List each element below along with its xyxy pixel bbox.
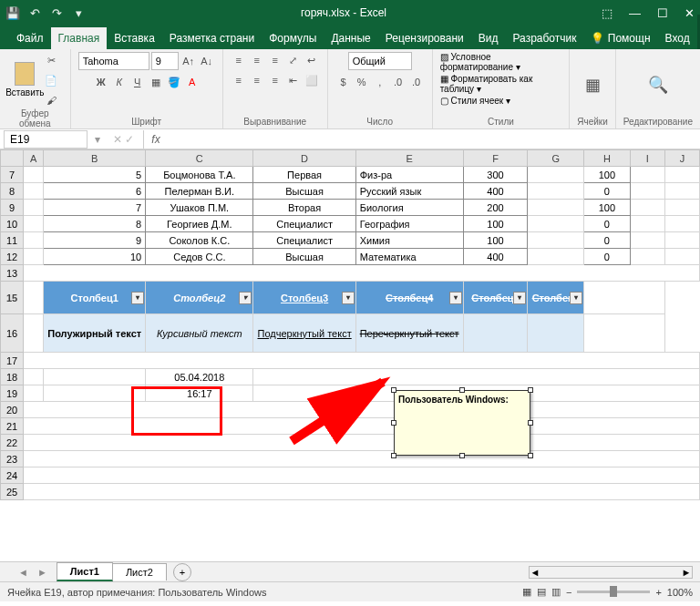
align-top-icon[interactable]: ≡ (231, 52, 247, 68)
formula-bar: E19 ▾ ✕ ✓ fx (0, 129, 700, 149)
table-header-row: 15 Столбец1▾ Столбец2▾ Столбец3▾ Столбец… (1, 282, 700, 314)
table-row[interactable]: 11 9Соколов К.С.СпециалистХимия 1000 (1, 232, 700, 249)
underline-button[interactable]: Ч (129, 74, 146, 90)
cells-icon[interactable]: ▦ (584, 77, 601, 93)
table-row[interactable]: 8 6Пелерман В.И.ВысшаяРусский язык 4000 (1, 183, 700, 200)
increase-font-icon[interactable]: A↑ (180, 53, 197, 69)
tab-insert[interactable]: Вставка (107, 27, 162, 49)
decrease-font-icon[interactable]: A↓ (199, 53, 215, 69)
ribbon-options-icon[interactable]: ⬚ (602, 6, 612, 20)
filter-icon[interactable]: ▾ (449, 292, 462, 304)
tab-signin[interactable]: Вход (658, 27, 697, 49)
ribbon-tabs: Файл Главная Вставка Разметка страни Фор… (0, 26, 700, 49)
find-icon[interactable]: 🔍 (650, 77, 666, 93)
merge-icon[interactable]: ⬜ (304, 72, 320, 88)
font-size-combo[interactable]: 9 (151, 52, 179, 70)
view-normal-icon[interactable]: ▦ (522, 586, 531, 598)
bold-button[interactable]: Ж (93, 74, 109, 90)
decimal-dec-icon[interactable]: .0 (408, 74, 425, 90)
italic-button[interactable]: К (111, 74, 128, 90)
sheet-nav-prev-icon[interactable]: ◄ (18, 567, 28, 578)
decimal-inc-icon[interactable]: .0 (390, 74, 407, 90)
comment-popup[interactable]: Пользователь Windows: (394, 390, 530, 456)
group-clipboard: Вставить ✂ 📄 🖌 Буфер обмена (0, 49, 71, 128)
format-painter-icon[interactable]: 🖌 (43, 92, 59, 108)
minimize-icon[interactable]: — (629, 6, 641, 20)
zoom-in-icon[interactable]: + (655, 587, 661, 598)
tab-home[interactable]: Главная (51, 27, 108, 49)
wrap-text-icon[interactable]: ↩ (304, 52, 320, 68)
sheet-tab[interactable]: Лист2 (112, 563, 167, 580)
zoom-level[interactable]: 100% (667, 587, 693, 598)
close-icon[interactable]: ✕ (685, 6, 695, 20)
fx-label: fx (143, 130, 167, 149)
currency-icon[interactable]: $ (335, 74, 352, 90)
spreadsheet-grid[interactable]: ABC DEFG HIJ 7 5Боцмонова Т.А.ПерваяФиз-… (0, 149, 700, 561)
indent-decrease-icon[interactable]: ⇤ (285, 72, 302, 88)
filter-icon[interactable]: ▾ (239, 292, 252, 304)
cell-styles-button[interactable]: ▢ Стили ячеек ▾ (440, 96, 510, 106)
qat-dropdown-icon[interactable]: ▾ (71, 6, 86, 20)
view-pagebreak-icon[interactable]: ▥ (551, 586, 561, 598)
name-box[interactable]: E19 (4, 130, 88, 149)
view-pagelayout-icon[interactable]: ▤ (537, 586, 546, 598)
align-left-icon[interactable]: ≡ (231, 72, 247, 88)
sheet-nav-next-icon[interactable]: ► (37, 567, 47, 578)
tab-pagelayout[interactable]: Разметка страни (162, 27, 262, 49)
tab-review[interactable]: Рецензировани (378, 27, 471, 49)
table-row[interactable]: 10 8Георгиев Д.М.СпециалистГеография 100… (1, 216, 700, 232)
zoom-out-icon[interactable]: − (566, 587, 571, 598)
table-row[interactable]: 9 7Ушаков П.М.ВтораяБиология 200100 (1, 200, 700, 216)
save-icon[interactable]: 💾 (5, 6, 20, 20)
group-number: Общий $ % , .0 .0 Число (328, 49, 433, 128)
group-editing: 🔍 Редактирование (616, 49, 700, 128)
horizontal-scrollbar[interactable]: ◄ ► (529, 566, 693, 579)
status-text: Ячейка E19, автор примечания: Пользовате… (7, 587, 267, 598)
window-title: горяч.xlsx - Excel (86, 6, 602, 19)
filter-icon[interactable]: ▾ (570, 292, 582, 304)
comma-icon[interactable]: , (372, 74, 388, 90)
svg-line-0 (292, 382, 383, 441)
column-headers[interactable]: ABC DEFG HIJ (1, 150, 700, 167)
number-format-combo[interactable]: Общий (348, 52, 412, 70)
border-button[interactable]: ▦ (148, 74, 164, 90)
align-right-icon[interactable]: ≡ (267, 72, 283, 88)
redo-icon[interactable]: ↷ (49, 6, 64, 20)
filter-icon[interactable]: ▾ (131, 292, 144, 304)
tab-developer[interactable]: Разработчик (505, 27, 583, 49)
quick-access-toolbar: 💾 ↶ ↷ ▾ (5, 6, 86, 20)
tab-data[interactable]: Данные (324, 27, 377, 49)
filter-icon[interactable]: ▾ (342, 292, 355, 304)
table-row[interactable]: 7 5Боцмонова Т.А.ПерваяФиз-ра 300100 (1, 167, 700, 183)
format-as-table-button[interactable]: ▦ Форматировать как таблицу ▾ (440, 74, 562, 94)
align-middle-icon[interactable]: ≡ (249, 52, 265, 68)
group-styles: ▨ Условное форматирование ▾ ▦ Форматиров… (433, 49, 571, 128)
copy-icon[interactable]: 📄 (43, 72, 59, 88)
percent-icon[interactable]: % (354, 74, 370, 90)
conditional-formatting-button[interactable]: ▨ Условное форматирование ▾ (440, 52, 562, 72)
maximize-icon[interactable]: ☐ (657, 6, 668, 20)
font-color-button[interactable]: A (184, 74, 201, 90)
group-alignment: ≡ ≡ ≡ ⤢ ↩ ≡ ≡ ≡ ⇤ ⬜ Выравнивание (223, 49, 328, 128)
sheet-tab[interactable]: Лист1 (57, 562, 113, 581)
new-sheet-button[interactable]: + (173, 563, 191, 581)
undo-icon[interactable]: ↶ (27, 6, 42, 20)
table-row[interactable]: 12 10Седов С.С.ВысшаяМатематика 4000 (1, 249, 700, 265)
font-name-combo[interactable]: Tahoma (78, 52, 149, 70)
cut-icon[interactable]: ✂ (43, 52, 59, 68)
orientation-icon[interactable]: ⤢ (285, 52, 302, 68)
tab-view[interactable]: Вид (471, 27, 506, 49)
ribbon: Вставить ✂ 📄 🖌 Буфер обмена Tahoma 9 A↑ … (0, 49, 700, 129)
paste-button[interactable]: Вставить (10, 62, 39, 98)
status-bar: Ячейка E19, автор примечания: Пользовате… (0, 581, 700, 601)
align-center-icon[interactable]: ≡ (249, 72, 265, 88)
filter-icon[interactable]: ▾ (513, 292, 526, 304)
tab-help[interactable]: 💡 Помощн (583, 27, 657, 49)
tab-formulas[interactable]: Формулы (262, 27, 324, 49)
zoom-slider[interactable] (577, 591, 650, 593)
tab-file[interactable]: Файл (9, 27, 51, 49)
fill-color-button[interactable]: 🪣 (166, 74, 182, 90)
sheet-tabs: ◄ ► Лист1 Лист2 + ◄ ► (0, 561, 700, 581)
table-data-row: 16 Полужирный текст Курсивный текст Подч… (1, 314, 700, 353)
align-bottom-icon[interactable]: ≡ (267, 52, 283, 68)
